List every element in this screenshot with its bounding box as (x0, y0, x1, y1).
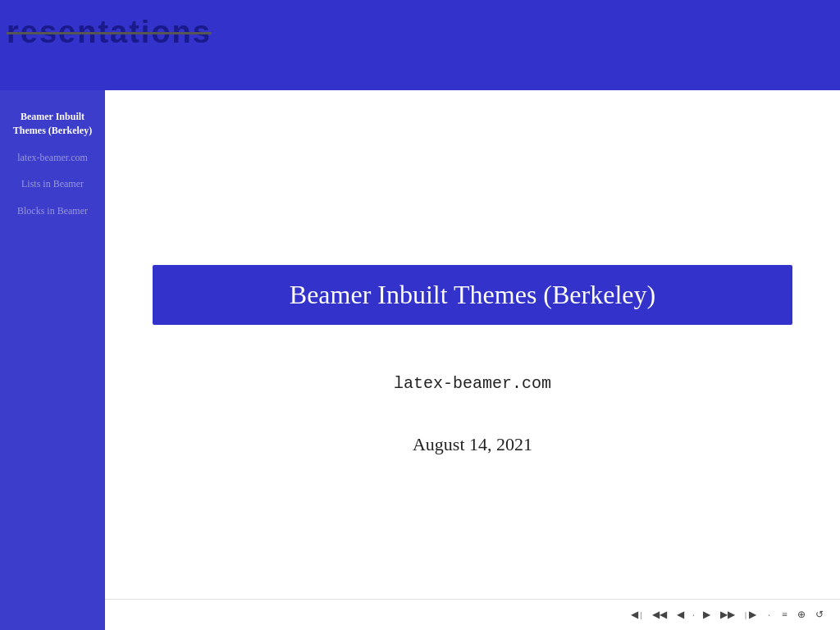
sidebar: Beamer Inbuilt Themes (Berkeley) latex-b… (0, 90, 105, 630)
slide-title: Beamer Inbuilt Themes (Berkeley) (153, 265, 792, 325)
arrow-left-icon: ◀ (631, 609, 638, 620)
nav-align-button[interactable]: ≡ (778, 607, 791, 623)
nav-prev-section-button[interactable]: ◀ (673, 607, 687, 623)
top-header-bar: resentations (0, 0, 840, 90)
search-icon: ⊕ (797, 609, 806, 620)
align-icon: ≡ (782, 609, 788, 620)
bar-right-icon: | (745, 610, 746, 619)
nav-separator-2: · (768, 609, 770, 622)
slide-date: August 14, 2021 (413, 434, 532, 455)
nav-last-button[interactable]: | ▶ (742, 607, 760, 623)
nav-prev-button[interactable]: ◀◀ (649, 607, 670, 623)
bottom-nav-bar: ◀ | ◀◀ ◀ · ▶ ▶▶ | ▶ · ≡ ⊕ ↺ (105, 599, 840, 630)
double-left-icon: ◀◀ (652, 609, 667, 620)
sidebar-item-beamer-themes[interactable]: Beamer Inbuilt Themes (Berkeley) (0, 103, 105, 144)
nav-separator-1: · (692, 609, 695, 622)
nav-next-button[interactable]: ▶▶ (717, 607, 738, 623)
sidebar-item-label: latex-beamer.com (17, 152, 88, 163)
nav-controls: ◀ | ◀◀ ◀ · ▶ ▶▶ | ▶ · ≡ ⊕ ↺ (628, 607, 827, 623)
sidebar-item-lists-beamer[interactable]: Lists in Beamer (0, 171, 105, 198)
bar-icon: | (641, 610, 642, 619)
slide-subtitle: latex-beamer.com (394, 374, 551, 393)
arrow-right-icon: ▶ (749, 609, 756, 620)
header-title: resentations (0, 15, 212, 50)
double-right-icon: ▶▶ (720, 609, 735, 620)
left-arrow-icon: ◀ (677, 609, 684, 620)
sidebar-item-label: Lists in Beamer (21, 178, 84, 189)
slide-content: Beamer Inbuilt Themes (Berkeley) latex-b… (105, 90, 840, 630)
nav-first-button[interactable]: ◀ | (628, 607, 646, 623)
refresh-icon: ↺ (815, 609, 824, 620)
sidebar-item-label: Blocks in Beamer (17, 205, 88, 217)
right-arrow-icon: ▶ (703, 609, 710, 620)
sidebar-item-label: Beamer Inbuilt Themes (Berkeley) (13, 111, 92, 136)
sidebar-item-latex-beamer[interactable]: latex-beamer.com (0, 144, 105, 171)
nav-refresh-button[interactable]: ↺ (812, 607, 827, 623)
nav-next-section-button[interactable]: ▶ (700, 607, 714, 623)
sidebar-item-blocks-beamer[interactable]: Blocks in Beamer (0, 198, 105, 225)
nav-search-button[interactable]: ⊕ (794, 607, 809, 623)
